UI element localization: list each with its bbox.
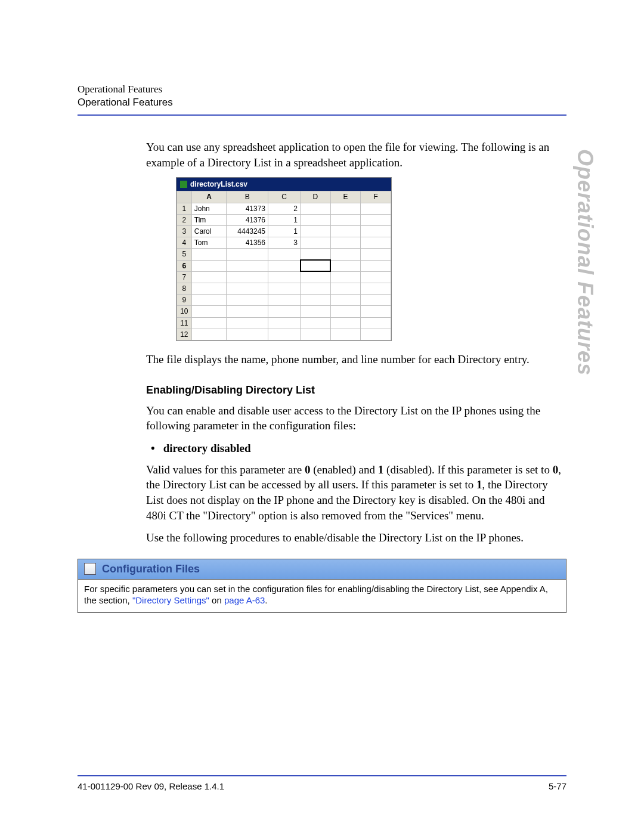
cell[interactable] (330, 329, 361, 340)
cell[interactable]: Tom (191, 237, 227, 249)
cell[interactable] (361, 295, 391, 306)
cell[interactable] (361, 203, 391, 214)
row-header[interactable]: 6 (177, 260, 192, 271)
config-files-box: Configuration Files For specific paramet… (78, 559, 566, 613)
col-header-A[interactable]: A (191, 191, 227, 203)
row-header[interactable]: 11 (177, 317, 192, 329)
cell[interactable] (301, 260, 331, 271)
cell[interactable] (301, 295, 331, 306)
table-row: 3Carol44432451 (177, 226, 391, 237)
cell[interactable] (301, 226, 331, 237)
cell[interactable]: 41356 (227, 237, 268, 249)
cell[interactable] (227, 295, 268, 306)
cell[interactable] (268, 260, 301, 271)
cell[interactable] (361, 306, 391, 317)
row-header[interactable]: 4 (177, 237, 192, 249)
table-row: 12 (177, 329, 391, 340)
cell[interactable] (268, 317, 301, 329)
cell[interactable] (361, 214, 391, 225)
cell[interactable] (268, 249, 301, 260)
cell[interactable]: 1 (268, 214, 301, 225)
directory-settings-link[interactable]: "Directory Settings" (132, 595, 209, 605)
cell[interactable] (227, 283, 268, 294)
row-header[interactable]: 7 (177, 271, 192, 283)
cell[interactable] (361, 237, 391, 249)
cell[interactable] (330, 237, 361, 249)
cell[interactable]: 1 (268, 226, 301, 237)
cell[interactable] (361, 317, 391, 329)
row-header[interactable]: 9 (177, 295, 192, 306)
cell[interactable] (191, 317, 227, 329)
row-header[interactable]: 10 (177, 306, 192, 317)
cell[interactable] (301, 283, 331, 294)
cell[interactable] (330, 317, 361, 329)
cell[interactable] (301, 203, 331, 214)
cell[interactable]: 3 (268, 237, 301, 249)
col-header-B[interactable]: B (227, 191, 268, 203)
cell[interactable] (191, 306, 227, 317)
cell[interactable] (330, 295, 361, 306)
cell[interactable] (191, 271, 227, 283)
cell[interactable] (268, 283, 301, 294)
cell[interactable] (268, 295, 301, 306)
row-header[interactable]: 3 (177, 226, 192, 237)
cell[interactable] (191, 283, 227, 294)
cell[interactable] (330, 306, 361, 317)
cell[interactable] (191, 295, 227, 306)
cell[interactable] (301, 237, 331, 249)
cell[interactable] (191, 249, 227, 260)
cell[interactable] (301, 249, 331, 260)
cell[interactable] (330, 249, 361, 260)
cell[interactable] (301, 271, 331, 283)
cell[interactable] (361, 271, 391, 283)
cell[interactable] (227, 306, 268, 317)
cell[interactable] (227, 260, 268, 271)
cell[interactable] (301, 214, 331, 225)
cell[interactable] (330, 214, 361, 225)
cell[interactable] (361, 283, 391, 294)
cell[interactable] (330, 271, 361, 283)
cell[interactable] (268, 329, 301, 340)
select-all-corner[interactable] (177, 191, 192, 203)
cell[interactable]: 41376 (227, 214, 268, 225)
row-header[interactable]: 5 (177, 249, 192, 260)
page-ref-link[interactable]: page A-63 (224, 595, 265, 605)
bullet-dot: • (146, 442, 163, 454)
col-header-C[interactable]: C (268, 191, 301, 203)
cell[interactable] (301, 317, 331, 329)
table-row: 1John413732 (177, 203, 391, 214)
cell[interactable] (227, 271, 268, 283)
cell[interactable] (361, 226, 391, 237)
cell[interactable] (330, 260, 361, 271)
row-header[interactable]: 8 (177, 283, 192, 294)
cell[interactable] (227, 249, 268, 260)
cell[interactable] (191, 260, 227, 271)
cell[interactable] (227, 329, 268, 340)
cell[interactable]: Tim (191, 214, 227, 225)
col-header-E[interactable]: E (330, 191, 361, 203)
cell[interactable] (301, 306, 331, 317)
cell[interactable] (268, 271, 301, 283)
cell[interactable] (227, 317, 268, 329)
cell[interactable]: 2 (268, 203, 301, 214)
cell[interactable] (191, 329, 227, 340)
cell[interactable] (330, 226, 361, 237)
row-header[interactable]: 12 (177, 329, 192, 340)
side-tab-label: Operational Features (572, 149, 597, 376)
cell[interactable] (361, 249, 391, 260)
row-header[interactable]: 1 (177, 203, 192, 214)
row-header[interactable]: 2 (177, 214, 192, 225)
cell[interactable] (301, 329, 331, 340)
cell[interactable] (361, 260, 391, 271)
cell[interactable]: 41373 (227, 203, 268, 214)
cell[interactable]: John (191, 203, 227, 214)
cell[interactable] (330, 283, 361, 294)
cell[interactable] (330, 203, 361, 214)
cell[interactable]: 4443245 (227, 226, 268, 237)
table-row: 5 (177, 249, 391, 260)
col-header-D[interactable]: D (301, 191, 331, 203)
col-header-F[interactable]: F (361, 191, 391, 203)
cell[interactable] (361, 329, 391, 340)
cell[interactable] (268, 306, 301, 317)
cell[interactable]: Carol (191, 226, 227, 237)
